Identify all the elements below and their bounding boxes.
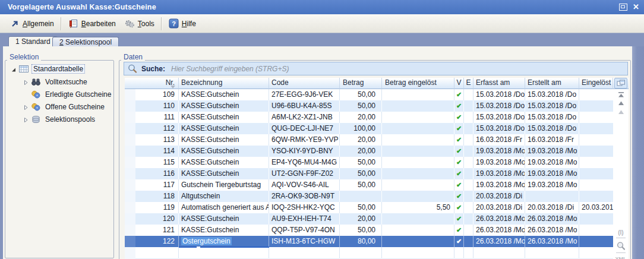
table-row[interactable]: 116KASSE:GutscheinUT2-GGN-F9F-Z0250,00✔1… (125, 168, 613, 179)
cell-nr[interactable]: 111 (125, 112, 179, 123)
cell-code[interactable] (269, 247, 340, 258)
column-header-erfasst-am[interactable]: Erfasst am (473, 78, 525, 89)
cell-eingel[interactable] (579, 123, 613, 134)
cell-e[interactable] (464, 146, 473, 157)
table-row[interactable]: 111KASSE:GutscheinA6M-LK2-XZ1-JNB20,00✔1… (125, 112, 613, 123)
cell-eingel[interactable]: 20.03.2018 (579, 202, 613, 213)
cell-erfasst[interactable]: 19.03.2018 /Mo (473, 157, 525, 168)
table-row[interactable]: 120KASSE:GutscheinAU9-EXH-IEH-T7420,00✔2… (125, 213, 613, 225)
cell-bez[interactable]: KASSE:Gutschein (179, 123, 269, 134)
cell-v[interactable]: ✔ (454, 213, 464, 225)
cell-v[interactable]: ✔ (454, 202, 464, 213)
record-info-button[interactable]: (l) (613, 229, 629, 236)
menu-hilfe[interactable]: ? Hilfe (165, 17, 200, 31)
cell-bez[interactable]: KASSE:Gutschein (179, 225, 269, 236)
cell-betrag[interactable] (340, 191, 382, 202)
cell-erstellt[interactable]: 15.03.2018 /Do (525, 123, 579, 134)
cell-eingel[interactable] (579, 100, 613, 112)
column-header-nr[interactable]: Nr. (125, 78, 179, 89)
cell-code[interactable]: 2RA-OK9-3OB-N9T (269, 191, 340, 202)
cell-code[interactable]: QQP-T5P-V97-4ON (269, 225, 340, 236)
cell-v[interactable]: ✔ (454, 191, 464, 202)
cell-v[interactable]: ✔ (454, 134, 464, 146)
table-row[interactable]: 114KASSE:GutscheinYSO-KIY-9YD-BNY20,00✔1… (125, 146, 613, 157)
table-row[interactable]: 112KASSE:GutscheinQUG-DEC-LJI-NE7100,00✔… (125, 123, 613, 134)
cell-erfasst[interactable] (473, 247, 525, 258)
cell-eingel[interactable] (579, 191, 613, 202)
cell-code[interactable]: 27E-EGG-9J6-VEK (269, 89, 340, 100)
cell-bez[interactable]: Gutschein Tiergeburtstag (179, 179, 269, 191)
cell-betrag[interactable]: 50,00 (340, 100, 382, 112)
cell-erstellt[interactable]: 16.03.2018 /Fr (525, 134, 579, 146)
cell-betrag_e[interactable] (382, 247, 454, 258)
cell-eingel[interactable] (579, 157, 613, 168)
cell-e[interactable] (464, 213, 473, 225)
cell-bez[interactable]: KASSE:Gutschein (179, 134, 269, 146)
cell-v[interactable]: ✔ (454, 146, 464, 157)
table-row[interactable]: 113KASSE:Gutschein6QW-RMK-YE9-YVP20,00✔1… (125, 134, 613, 146)
column-header-e[interactable]: E (464, 78, 473, 89)
cell-betrag[interactable]: 50,00 (340, 202, 382, 213)
cell-eingel[interactable] (579, 89, 613, 100)
table-row[interactable]: 119Automatisch generiert aus ALTIOQ-2SH-… (125, 202, 613, 213)
collapse-arrow-icon[interactable] (11, 66, 17, 72)
cell-bez[interactable] (179, 247, 269, 258)
cell-erfasst[interactable]: 15.03.2018 /Do (473, 89, 525, 100)
cell-betrag[interactable]: 20,00 (340, 134, 382, 146)
table-row[interactable]: 110KASSE:GutscheinU96-6BU-K4A-85S50,00✔1… (125, 100, 613, 112)
cell-v[interactable]: ✔ (454, 179, 464, 191)
tab-selektionspool[interactable]: 2 Selektionspool (52, 37, 119, 46)
cell-code[interactable]: YSO-KIY-9YD-BNY (269, 146, 340, 157)
cell-betrag[interactable]: 50,00 (340, 89, 382, 100)
cell-nr[interactable]: 121 (125, 225, 179, 236)
cell-bez[interactable]: KASSE:Gutschein (179, 168, 269, 179)
cell-erstellt[interactable]: 15.03.2018 /Do (525, 100, 579, 112)
cell-bez[interactable]: Altgutschein (179, 191, 269, 202)
column-header-betrag[interactable]: Betrag (340, 78, 382, 89)
cell-eingel[interactable] (579, 236, 613, 247)
table-row[interactable] (125, 247, 613, 258)
cell-e[interactable] (464, 225, 473, 236)
cell-betrag[interactable]: 20,00 (340, 213, 382, 225)
cell-erfasst[interactable]: 26.03.2018 /Mo (473, 225, 525, 236)
cell-erfasst[interactable]: 19.03.2018 /Mo (473, 168, 525, 179)
cell-e[interactable] (464, 202, 473, 213)
cell-code[interactable]: IOQ-2SH-HK2-YQC (269, 202, 340, 213)
close-icon[interactable]: ✕ (633, 0, 639, 14)
cell-erstellt[interactable]: 19.03.2018 /Mo (525, 168, 579, 179)
cell-erstellt[interactable] (525, 191, 579, 202)
column-chooser-button[interactable] (613, 78, 629, 89)
cell-eingel[interactable] (579, 247, 613, 258)
table-row[interactable]: 118Altgutschein2RA-OK9-3OB-N9T✔20.03.201… (125, 191, 613, 202)
cell-bez[interactable]: KASSE:Gutschein (179, 112, 269, 123)
cell-erstellt[interactable]: 26.03.2018 /Mo (525, 213, 579, 225)
cell-nr[interactable]: 122 (125, 236, 179, 247)
cell-e[interactable] (464, 123, 473, 134)
zoom-record-icon[interactable] (613, 241, 629, 251)
cell-v[interactable]: ✔ (454, 112, 464, 123)
cell-e[interactable] (464, 112, 473, 123)
scroll-up-icon[interactable] (613, 100, 629, 106)
cell-betrag_e[interactable] (382, 225, 454, 236)
cell-bez[interactable]: KASSE:Gutschein (179, 213, 269, 225)
cell-v[interactable] (454, 247, 464, 258)
cell-e[interactable] (464, 179, 473, 191)
menu-allgemein[interactable]: Allgemein (6, 17, 58, 31)
cell-erfasst[interactable]: 26.03.2018 /Mo (473, 213, 525, 225)
cell-code[interactable]: AQI-VOV-S46-AIL (269, 179, 340, 191)
cell-betrag_e[interactable] (382, 157, 454, 168)
expand-arrow-icon[interactable] (23, 104, 29, 110)
cell-v[interactable]: ✔ (454, 168, 464, 179)
cell-v[interactable]: ✔ (454, 100, 464, 112)
column-header-eingeloest-am[interactable]: Eingelöst a (579, 78, 613, 89)
cell-nr[interactable]: 119 (125, 202, 179, 213)
cell-betrag_e[interactable]: 5,50 (382, 202, 454, 213)
cell-betrag_e[interactable] (382, 213, 454, 225)
column-header-code[interactable]: Code (269, 78, 340, 89)
cell-erstellt[interactable]: 15.03.2018 /Do (525, 89, 579, 100)
table-row[interactable]: 121KASSE:GutscheinQQP-T5P-V97-4ON50,00✔2… (125, 225, 613, 236)
xml-export-button[interactable]: XML (613, 256, 629, 259)
cell-code[interactable]: QUG-DEC-LJI-NE7 (269, 123, 340, 134)
cell-code[interactable]: EP4-YQ6-MU4-M4G (269, 157, 340, 168)
menu-bearbeiten[interactable]: Bearbeiten (64, 17, 120, 31)
